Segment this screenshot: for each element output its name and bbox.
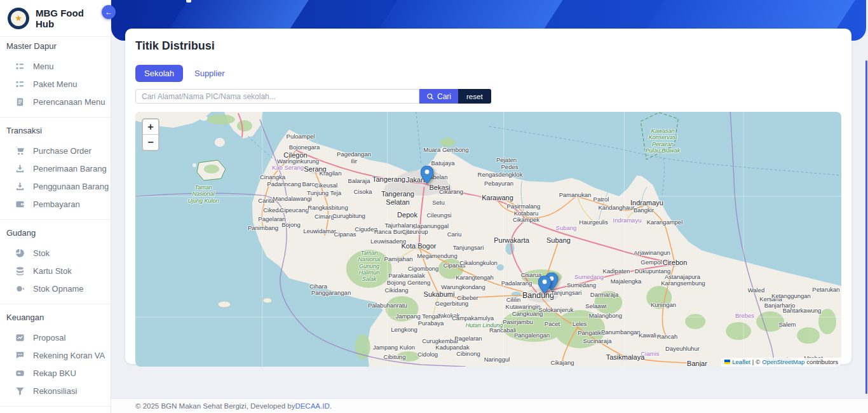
page-title: Titik Distribusi bbox=[135, 39, 841, 53]
decaa-link[interactable]: DECAA.ID. bbox=[295, 402, 332, 410]
sidebar-item-penggunaan-barang[interactable]: Penggunaan Barang bbox=[0, 177, 111, 195]
list-icon bbox=[15, 79, 25, 89]
sidebar-collapse-button[interactable]: ← bbox=[102, 5, 116, 19]
sidebar-item-rekap-bku[interactable]: Rekap BKU bbox=[0, 364, 111, 382]
sidebar-section-master-dapur: Master DapurMenuPaket MenuPerencanaan Me… bbox=[0, 37, 111, 117]
leaflet-link[interactable]: Leaflet bbox=[732, 358, 750, 365]
map-zoom-control: + − bbox=[142, 118, 159, 151]
sidebar-item-label: Stok bbox=[33, 248, 50, 258]
sidebar-item-rekening-koran-va[interactable]: Rekening Koran VA bbox=[0, 346, 111, 364]
tab-supplier[interactable]: Supplier bbox=[186, 65, 234, 82]
sidebar-item-stok-opname[interactable]: Stok Opname bbox=[0, 280, 111, 297]
sidebar-section-keuangan: KeuanganProposalRekening Koran VARekap B… bbox=[0, 304, 111, 406]
sidebar-item-label: Perencanaan Menu bbox=[33, 97, 105, 107]
download-icon bbox=[15, 182, 25, 191]
search-input[interactable] bbox=[135, 89, 419, 104]
sidebar-item-kartu-stok[interactable]: Kartu Stok bbox=[0, 262, 111, 280]
sidebar-item-purchase-order[interactable]: Purchase Order bbox=[0, 142, 111, 159]
sidebar-item-label: Rekening Koran VA bbox=[33, 351, 105, 360]
sidebar-item-rekonsiliasi[interactable]: Rekonsiliasi bbox=[0, 382, 111, 400]
download-icon bbox=[15, 164, 25, 173]
cari-button[interactable]: Cari bbox=[419, 89, 458, 104]
sidebar-item-label: Rekonsiliasi bbox=[33, 386, 77, 396]
garuda-emblem-icon: ★ bbox=[11, 11, 26, 26]
tab-sekolah[interactable]: Sekolah bbox=[135, 65, 183, 82]
wallet-icon bbox=[15, 200, 25, 209]
sidebar-item-label: Pembayaran bbox=[33, 200, 80, 209]
search-group: Cari reset bbox=[135, 89, 841, 104]
ukraine-flag-icon bbox=[724, 360, 730, 364]
sidebar-item-menu[interactable]: Menu bbox=[0, 57, 111, 75]
sidebar: ★ MBG Food Hub Master DapurMenuPaket Men… bbox=[0, 0, 111, 413]
map-marker-icon[interactable] bbox=[421, 166, 433, 184]
sidebar-section-laporan: Laporan bbox=[0, 406, 111, 413]
sidebar-section-label: Keuangan bbox=[0, 312, 111, 323]
chart-icon bbox=[15, 333, 25, 342]
sidebar-item-stok[interactable]: Stok bbox=[0, 244, 111, 262]
sidebar-item-perencanaan-menu[interactable]: Perencanaan Menu bbox=[0, 93, 111, 111]
sidebar-item-label: Rekap BKU bbox=[33, 369, 76, 378]
tabs: SekolahSupplier bbox=[135, 65, 841, 82]
cart-icon bbox=[15, 146, 25, 156]
pie-icon bbox=[15, 248, 25, 258]
sidebar-section-transaksi: TransaksiPurchase OrderPenerimaan Barang… bbox=[0, 117, 111, 219]
copyright-symbol: © bbox=[756, 358, 760, 365]
sidebar-item-label: Penerimaan Barang bbox=[33, 164, 107, 173]
sidebar-section-label: Master Dapur bbox=[0, 41, 111, 52]
file-icon bbox=[15, 97, 25, 107]
attribution-separator: | bbox=[752, 358, 754, 365]
sidebar-section-label: Transaksi bbox=[0, 125, 111, 137]
sidebar-item-label: Proposal bbox=[33, 333, 65, 342]
sidebar-item-pembayaran[interactable]: Pembayaran bbox=[0, 195, 111, 213]
footer-text: © 2025 BGN Makan Sehat Bergizi, Develope… bbox=[135, 402, 295, 410]
main-area: Titik Distribusi SekolahSupplier Cari re… bbox=[111, 0, 868, 413]
sidebar-item-label: Purchase Order bbox=[33, 146, 92, 156]
map-basemap bbox=[135, 112, 841, 367]
sidebar-item-proposal[interactable]: Proposal bbox=[0, 328, 111, 346]
page-scrollbar[interactable] bbox=[865, 60, 867, 394]
sidebar-item-label: Menu bbox=[33, 62, 54, 71]
disc-icon bbox=[15, 284, 25, 294]
attribution-suffix: contributors bbox=[806, 358, 838, 365]
cards-icon bbox=[15, 266, 25, 276]
chat-icon bbox=[15, 351, 25, 360]
banner-dot bbox=[186, 0, 191, 3]
map-attribution: Leaflet | © OpenStreetMap contributors bbox=[721, 358, 841, 367]
sidebar-item-penerimaan-barang[interactable]: Penerimaan Barang bbox=[0, 159, 111, 177]
sidebar-item-label: Kartu Stok bbox=[33, 266, 72, 276]
app-logo-icon: ★ bbox=[8, 8, 29, 29]
search-icon bbox=[426, 93, 434, 100]
list-icon bbox=[15, 62, 25, 71]
content-card: Titik Distribusi SekolahSupplier Cari re… bbox=[125, 29, 851, 364]
brand: ★ MBG Food Hub bbox=[0, 0, 111, 37]
distribution-map[interactable]: PuloampelBojonegaraCilegonWaringinkurung… bbox=[135, 112, 841, 367]
sidebar-item-label: Paket Menu bbox=[33, 79, 77, 89]
app-title: MBG Food Hub bbox=[36, 8, 103, 29]
funnel-icon bbox=[15, 386, 25, 396]
wallet2-icon bbox=[15, 369, 25, 378]
footer: © 2025 BGN Makan Sehat Bergizi, Develope… bbox=[111, 398, 868, 413]
sidebar-nav: Master DapurMenuPaket MenuPerencanaan Me… bbox=[0, 37, 111, 413]
sidebar-item-label: Penggunaan Barang bbox=[33, 182, 109, 191]
zoom-out-button[interactable]: − bbox=[143, 135, 158, 150]
sidebar-section-label: Gudang bbox=[0, 227, 111, 239]
openstreetmap-link[interactable]: OpenStreetMap bbox=[762, 358, 804, 365]
reset-button[interactable]: reset bbox=[458, 89, 491, 104]
sidebar-item-label: Stok Opname bbox=[33, 284, 84, 294]
zoom-in-button[interactable]: + bbox=[143, 119, 158, 135]
sidebar-section-gudang: GudangStokKartu StokStok Opname bbox=[0, 219, 111, 304]
map-marker-icon[interactable] bbox=[538, 276, 551, 294]
sidebar-item-paket-menu[interactable]: Paket Menu bbox=[0, 75, 111, 93]
